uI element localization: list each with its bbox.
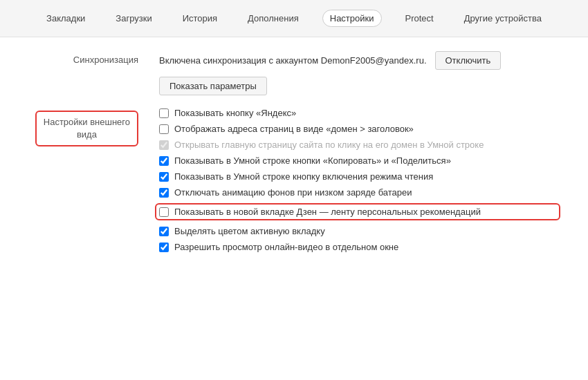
checkbox-show-domain[interactable] — [159, 124, 169, 134]
checkbox-show-read-mode[interactable] — [159, 172, 169, 182]
checkboxes-list: Показывать кнопку «Яндекс»Отображать адр… — [159, 108, 560, 252]
sync-content: Включена синхронизация с аккаунтом Demon… — [159, 51, 560, 95]
checkbox-row-allow-video-popup: Разрешить просмотр онлайн-видео в отдель… — [159, 242, 560, 252]
appearance-label-wrap: Настройки внешнего вида — [28, 108, 159, 252]
checkbox-highlight-active-tab[interactable] — [159, 227, 169, 236]
checkbox-label-disable-bg-animation: Отключать анимацию фонов при низком заря… — [174, 187, 412, 198]
checkbox-label-open-main-page: Открывать главную страницу сайта по клик… — [174, 140, 484, 150]
disconnect-button[interactable]: Отключить — [435, 51, 502, 70]
nav-item-protect[interactable]: Protect — [398, 10, 441, 26]
sync-label: Синхронизация — [28, 51, 159, 65]
checkbox-label-show-yandex-btn: Показывать кнопку «Яндекс» — [174, 108, 296, 118]
checkbox-label-highlight-active-tab: Выделять цветом активную вкладку — [174, 226, 325, 236]
checkbox-row-show-read-mode: Показывать в Умной строке кнопку включен… — [159, 171, 560, 182]
appearance-section: Настройки внешнего вида Показывать кнопк… — [28, 108, 560, 252]
sync-section: Синхронизация Включена синхронизация с а… — [28, 51, 560, 95]
nav-item-history[interactable]: История — [176, 10, 224, 26]
nav-item-settings[interactable]: Настройки — [322, 10, 382, 27]
checkbox-row-highlight-active-tab: Выделять цветом активную вкладку — [159, 226, 560, 236]
sync-info-text: Включена синхронизация с аккаунтом Demon… — [159, 55, 427, 66]
checkbox-label-show-read-mode: Показывать в Умной строке кнопку включен… — [174, 171, 433, 182]
checkbox-open-main-page — [159, 140, 169, 150]
checkbox-row-show-yandex-btn: Показывать кнопку «Яндекс» — [159, 108, 560, 118]
checkbox-row-show-dzen: Показывать в новой вкладке Дзен — ленту … — [155, 203, 560, 220]
checkbox-label-show-dzen: Показывать в новой вкладке Дзен — ленту … — [174, 207, 481, 217]
sync-info-row: Включена синхронизация с аккаунтом Demon… — [159, 51, 560, 70]
show-params-button[interactable]: Показать параметры — [159, 77, 267, 95]
checkbox-label-allow-video-popup: Разрешить просмотр онлайн-видео в отдель… — [174, 242, 398, 252]
checkbox-show-copy-share[interactable] — [159, 156, 169, 166]
nav-item-extensions[interactable]: Дополнения — [241, 10, 306, 26]
checkbox-row-open-main-page: Открывать главную страницу сайта по клик… — [159, 140, 560, 150]
checkbox-show-dzen[interactable] — [159, 207, 169, 217]
nav-item-bookmarks[interactable]: Закладки — [39, 10, 92, 26]
checkbox-disable-bg-animation[interactable] — [159, 188, 169, 198]
checkbox-row-show-copy-share: Показывать в Умной строке кнопки «Копиро… — [159, 155, 560, 166]
nav-item-other-devices[interactable]: Другие устройства — [457, 10, 549, 26]
checkbox-label-show-domain: Отображать адреса страниц в виде «домен … — [174, 124, 414, 134]
checkbox-row-disable-bg-animation: Отключать анимацию фонов при низком заря… — [159, 187, 560, 198]
appearance-label: Настройки внешнего вида — [35, 111, 138, 146]
nav-item-downloads[interactable]: Загрузки — [109, 10, 158, 26]
checkbox-label-show-copy-share: Показывать в Умной строке кнопки «Копиро… — [174, 155, 451, 166]
checkbox-allow-video-popup[interactable] — [159, 243, 169, 252]
top-navigation: ЗакладкиЗагрузкиИсторияДополненияНастрой… — [0, 0, 588, 37]
checkbox-row-show-domain: Отображать адреса страниц в виде «домен … — [159, 124, 560, 134]
checkbox-show-yandex-btn[interactable] — [159, 108, 169, 118]
